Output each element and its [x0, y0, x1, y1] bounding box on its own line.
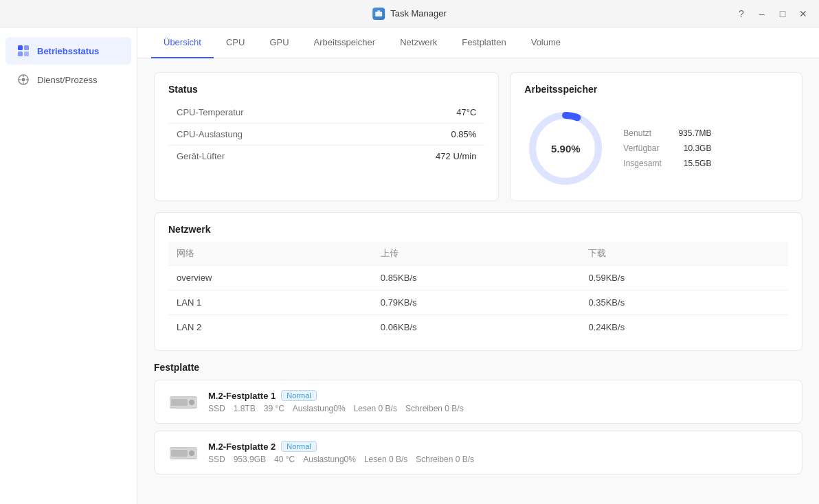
net-upload-0: 0.85KB/s [372, 266, 581, 290]
disk-type-1: SSD [208, 455, 225, 464]
network-row-2: LAN 2 0.06KB/s 0.24KB/s [168, 315, 788, 340]
benutzt-value: 935.7MB [678, 128, 711, 138]
titlebar: Task Manager ? – □ ✕ [0, 0, 819, 27]
verfugbar-value: 10.3GB [684, 144, 712, 153]
maximize-button[interactable]: □ [778, 9, 787, 19]
help-button[interactable]: ? [737, 9, 746, 19]
memory-title: Arbeitsspeicher [524, 84, 788, 95]
status-card: Status CPU-Temperatur 47°C CPU-Auslastun… [154, 72, 499, 201]
net-name-1: LAN 1 [168, 290, 372, 315]
disk-section: Festplatte M.2-Festplatte 1 Normal [154, 362, 803, 474]
disk-meta-0: SSD 1.8TB 39 °C Auslastung0% Lesen 0 B/s… [208, 404, 788, 413]
sidebar-dienst-label: Dienst/Prozess [37, 75, 97, 85]
memory-gauge: 5.90% [524, 107, 607, 190]
memory-stat-1: Verfügbar 10.3GB [623, 144, 711, 153]
disk-title: Festplatte [154, 362, 803, 373]
network-title: Netzwerk [168, 224, 788, 235]
disk-card-1: M.2-Festplatte 2 Normal SSD 953.9GB 40 °… [154, 431, 803, 474]
minimize-button[interactable]: – [757, 9, 767, 19]
tab-festplatten[interactable]: Festplatten [449, 27, 518, 58]
sidebar-item-betriebsstatus[interactable]: Betriebsstatus [5, 37, 131, 65]
disk-card-0: M.2-Festplatte 1 Normal SSD 1.8TB 39 °C … [154, 380, 803, 424]
network-section: Netzwerk 网络 上传 下载 overview 0.85KB/s [154, 212, 803, 351]
memory-stat-2: Insgesamt 15.5GB [623, 159, 711, 168]
col-network: 网络 [168, 242, 372, 266]
disk-size-0: 1.8TB [234, 404, 256, 413]
disk-info-0: M.2-Festplatte 1 Normal SSD 1.8TB 39 °C … [208, 390, 788, 413]
disk-size-1: 953.9GB [234, 455, 266, 464]
memory-stats: Benutzt 935.7MB Verfügbar 10.3GB Insgesa… [623, 128, 711, 168]
cpu-temp-value: 47°C [456, 107, 476, 117]
disk-read-1: Lesen 0 B/s [364, 455, 407, 464]
tab-ubersicht[interactable]: Übersicht [151, 27, 214, 58]
net-upload-2: 0.06KB/s [372, 315, 581, 340]
insgesamt-value: 15.5GB [684, 159, 712, 168]
disk-read-0: Lesen 0 B/s [354, 404, 397, 413]
disk-icon-0 [168, 391, 199, 413]
col-upload: 上传 [372, 242, 581, 266]
svg-point-7 [22, 78, 25, 82]
svg-rect-21 [189, 450, 194, 456]
top-panel: Status CPU-Temperatur 47°C CPU-Auslastun… [154, 72, 803, 201]
disk-meta-1: SSD 953.9GB 40 °C Auslastung0% Lesen 0 B… [208, 455, 788, 464]
titlebar-title: Task Manager [390, 8, 447, 19]
cpu-load-value: 0.85% [451, 129, 476, 139]
main-content: Übersicht CPU GPU Arbeitsspeicher Netzwe… [137, 27, 819, 504]
memory-card: Arbeitsspeicher 5.90% [510, 72, 803, 201]
app-icon [372, 8, 385, 20]
disk-title-row-0: M.2-Festplatte 1 Normal [208, 390, 788, 401]
verfugbar-label: Verfügbar [623, 144, 659, 153]
sidebar-item-dienst-prozess[interactable]: Dienst/Prozess [5, 66, 131, 93]
content-area: Status CPU-Temperatur 47°C CPU-Auslastun… [137, 58, 819, 504]
svg-rect-0 [375, 12, 382, 16]
cpu-load-label: CPU-Auslastung [177, 129, 243, 139]
disk-load-0: Auslastung0% [293, 404, 346, 413]
network-table: 网络 上传 下载 overview 0.85KB/s 0.59KB/s LAN … [168, 242, 788, 339]
tab-gpu[interactable]: GPU [257, 27, 301, 58]
disk-icon-1 [168, 442, 199, 463]
net-name-0: overview [168, 266, 372, 290]
memory-stat-0: Benutzt 935.7MB [623, 128, 711, 138]
gauge-percentage: 5.90% [551, 143, 581, 154]
status-rows: CPU-Temperatur 47°C CPU-Auslastung 0.85%… [168, 102, 484, 167]
net-download-2: 0.24KB/s [580, 315, 788, 340]
status-row-2: Gerät-Lüfter 472 U/min [168, 146, 484, 167]
disk-status-0: Normal [281, 390, 316, 401]
disk-temp-1: 40 °C [274, 455, 295, 464]
svg-rect-3 [24, 45, 29, 50]
disk-load-1: Auslastung0% [303, 455, 356, 464]
betriebsstatus-icon [16, 44, 30, 58]
tab-netzwerk[interactable]: Netzwerk [388, 27, 449, 58]
titlebar-center: Task Manager [372, 8, 447, 20]
svg-rect-20 [171, 450, 188, 457]
svg-rect-2 [18, 45, 23, 50]
net-download-0: 0.59KB/s [580, 266, 788, 290]
disk-write-0: Schreiben 0 B/s [405, 404, 464, 413]
titlebar-controls: ? – □ ✕ [737, 9, 808, 19]
disk-status-1: Normal [281, 441, 316, 452]
svg-rect-4 [18, 51, 23, 56]
svg-rect-1 [377, 10, 380, 12]
svg-rect-5 [24, 51, 29, 56]
disk-type-0: SSD [208, 404, 225, 413]
sidebar: Betriebsstatus Dienst/Prozess [0, 27, 137, 504]
insgesamt-label: Insgesamt [623, 159, 661, 168]
disk-name-0: M.2-Festplatte 1 [208, 391, 276, 401]
network-row-1: LAN 1 0.79KB/s 0.35KB/s [168, 290, 788, 315]
dienst-prozess-icon [16, 73, 30, 87]
tab-arbeitsspeicher[interactable]: Arbeitsspeicher [302, 27, 388, 58]
status-title: Status [168, 84, 484, 95]
tab-volume[interactable]: Volume [519, 27, 573, 58]
svg-rect-16 [171, 399, 188, 406]
disk-name-1: M.2-Festplatte 2 [208, 442, 276, 452]
close-button[interactable]: ✕ [798, 9, 808, 19]
disk-title-row-1: M.2-Festplatte 2 Normal [208, 441, 788, 452]
net-name-2: LAN 2 [168, 315, 372, 340]
sidebar-betriebsstatus-label: Betriebsstatus [37, 46, 99, 56]
status-row-1: CPU-Auslastung 0.85% [168, 124, 484, 146]
svg-rect-17 [189, 400, 194, 405]
app-body: Betriebsstatus Dienst/Prozess Übersicht … [0, 27, 819, 504]
fan-value: 472 U/min [436, 151, 476, 161]
net-download-1: 0.35KB/s [580, 290, 788, 315]
tab-cpu[interactable]: CPU [214, 27, 257, 58]
